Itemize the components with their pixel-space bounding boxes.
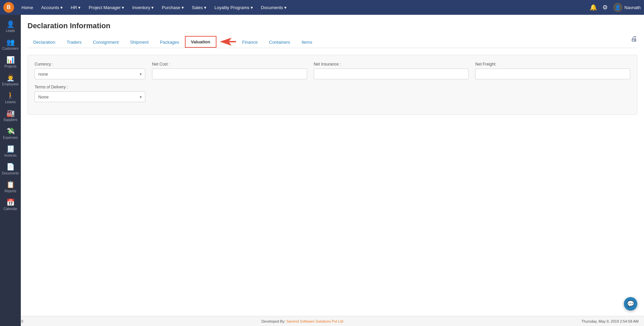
- leaves-icon: 🚶: [6, 91, 15, 99]
- page-title: Declaration Information: [28, 22, 637, 30]
- leads-icon: 👤: [6, 20, 15, 28]
- chat-bubble[interactable]: 💬: [624, 297, 637, 311]
- currency-field: Currency : none: [35, 62, 145, 79]
- sidebar-item-suppliers[interactable]: 🏭 Suppliers: [0, 107, 21, 124]
- customers-icon: 👥: [6, 38, 15, 46]
- app-logo[interactable]: B: [3, 2, 14, 13]
- net-cost-field: Net Cost :: [152, 62, 307, 79]
- navbar-sales[interactable]: Sales ▾: [189, 3, 210, 12]
- tab-valuation[interactable]: Valuation: [185, 36, 216, 48]
- tab-shipment[interactable]: Shipment: [125, 37, 154, 47]
- sidebar-item-invoices[interactable]: 🧾 Invoices: [0, 142, 21, 160]
- main-content: Declaration Information 🖨 Declaration Tr…: [21, 15, 644, 316]
- navbar-purchase[interactable]: Purchase ▾: [158, 3, 187, 12]
- navbar-inventory[interactable]: Inventory ▾: [129, 3, 157, 12]
- tab-bar: Declaration Traders Consignment Shipment…: [28, 36, 637, 48]
- tab-consignment[interactable]: Consignment: [87, 37, 125, 47]
- calendar-icon: 📅: [6, 198, 15, 206]
- sidebar: 👤 Leads 👥 Customers 📊 Projects 👨‍💼 Emplo…: [0, 15, 21, 326]
- top-navbar: B Home Accounts ▾ HR ▾ Project Manager ▾…: [0, 0, 644, 15]
- company-link[interactable]: Sanmol Software Solutions Pvt Ltd: [287, 319, 343, 323]
- arrow-annotation: [216, 36, 237, 48]
- datetime-text: Thursday, May 9, 2019 2:54:58 AM: [582, 319, 639, 323]
- navbar-loyalty[interactable]: Loyality Programs ▾: [211, 3, 256, 12]
- navbar-documents[interactable]: Documents ▾: [258, 3, 290, 12]
- footer: Ver 1.0.0.0 Developed By: Sanmol Softwar…: [0, 316, 644, 326]
- expenses-icon: 💸: [6, 127, 15, 135]
- navbar-right: 🔔 ⚙ 👤 Navnath: [590, 3, 641, 12]
- settings-icon[interactable]: ⚙: [602, 4, 608, 11]
- terms-select[interactable]: None: [35, 91, 145, 102]
- sidebar-label-leaves: Leaves: [5, 100, 16, 104]
- sidebar-item-calendar[interactable]: 📅 Calendar: [0, 196, 21, 213]
- avatar: 👤: [613, 3, 623, 12]
- user-menu[interactable]: 👤 Navnath: [613, 3, 641, 12]
- net-freight-field: Net Freight:: [475, 62, 630, 79]
- tab-declaration[interactable]: Declaration: [28, 37, 61, 47]
- notification-icon[interactable]: 🔔: [590, 4, 597, 11]
- projects-icon: 📊: [6, 56, 15, 64]
- net-freight-input[interactable]: [475, 69, 630, 79]
- tab-finance[interactable]: Finance: [237, 37, 263, 47]
- terms-label: Terms of Delivery :: [35, 85, 145, 89]
- sidebar-label-calendar: Calendar: [4, 207, 17, 211]
- tab-packages[interactable]: Packages: [154, 37, 185, 47]
- sidebar-item-expenses[interactable]: 💸 Expenses: [0, 124, 21, 142]
- sidebar-item-customers[interactable]: 👥 Customers: [0, 35, 21, 53]
- terms-select-wrapper: None: [35, 91, 145, 102]
- chat-icon: 💬: [627, 300, 634, 308]
- tab-containers[interactable]: Containers: [263, 37, 296, 47]
- sidebar-label-projects: Projects: [4, 65, 16, 68]
- sidebar-item-leads[interactable]: 👤 Leads: [0, 17, 21, 35]
- sidebar-item-documents[interactable]: 📄 Documents: [0, 160, 21, 178]
- svg-rect-1: [216, 40, 220, 43]
- suppliers-icon: 🏭: [6, 109, 15, 117]
- net-insurance-label: Net Insurance :: [314, 62, 469, 67]
- sidebar-label-suppliers: Suppliers: [3, 118, 17, 122]
- navbar-items: Home Accounts ▾ HR ▾ Project Manager ▾ I…: [18, 3, 590, 12]
- sidebar-item-projects[interactable]: 📊 Projects: [0, 53, 21, 71]
- sidebar-label-invoices: Invoices: [4, 154, 17, 157]
- tab-traders[interactable]: Traders: [61, 37, 87, 47]
- sidebar-label-employees: Employees: [2, 82, 18, 86]
- print-icon[interactable]: 🖨: [631, 35, 637, 43]
- navbar-accounts[interactable]: Accounts ▾: [38, 3, 66, 12]
- navbar-project-manager[interactable]: Project Manager ▾: [85, 3, 128, 12]
- net-cost-label: Net Cost :: [152, 62, 307, 67]
- sidebar-item-reports[interactable]: 📋 Reports: [0, 178, 21, 196]
- net-cost-input[interactable]: [152, 69, 307, 79]
- currency-select-wrapper: none: [35, 69, 145, 79]
- sidebar-label-reports: Reports: [4, 189, 16, 193]
- sidebar-label-leads: Leads: [6, 29, 15, 33]
- documents-icon: 📄: [6, 163, 15, 171]
- currency-label: Currency :: [35, 62, 145, 67]
- form-row-1: Currency : none Net Cost : Net Insurance…: [35, 62, 630, 79]
- tab-items[interactable]: Items: [296, 37, 318, 47]
- navbar-hr[interactable]: HR ▾: [67, 3, 84, 12]
- terms-field: Terms of Delivery : None: [35, 85, 145, 102]
- navbar-home[interactable]: Home: [18, 3, 37, 12]
- net-insurance-field: Net Insurance :: [314, 62, 469, 79]
- invoices-icon: 🧾: [6, 145, 15, 153]
- developed-by: Developed By: Sanmol Software Solutions …: [261, 319, 343, 323]
- form-row-2: Terms of Delivery : None: [35, 85, 630, 102]
- net-insurance-input[interactable]: [314, 69, 469, 79]
- svg-marker-0: [220, 38, 236, 46]
- sidebar-item-employees[interactable]: 👨‍💼 Employees: [0, 71, 21, 89]
- sidebar-label-customers: Customers: [2, 47, 18, 50]
- currency-select[interactable]: none: [35, 69, 145, 79]
- valuation-form: Currency : none Net Cost : Net Insurance…: [28, 55, 637, 115]
- sidebar-label-expenses: Expenses: [3, 136, 18, 139]
- net-freight-label: Net Freight:: [475, 62, 630, 67]
- sidebar-item-leaves[interactable]: 🚶 Leaves: [0, 89, 21, 107]
- sidebar-label-documents: Documents: [2, 171, 19, 175]
- employees-icon: 👨‍💼: [6, 74, 15, 82]
- reports-icon: 📋: [6, 180, 15, 189]
- username: Navnath: [625, 5, 641, 10]
